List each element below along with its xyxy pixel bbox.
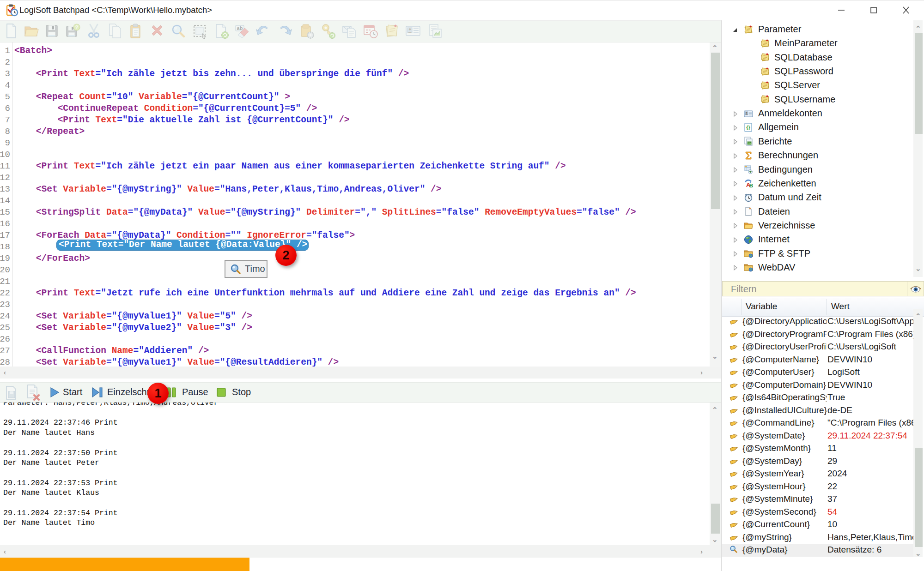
- svg-text:B: B: [749, 183, 753, 188]
- svg-text:?: ?: [75, 24, 79, 30]
- svg-text:ab: ab: [237, 25, 243, 31]
- svg-text:{}: {}: [746, 125, 750, 130]
